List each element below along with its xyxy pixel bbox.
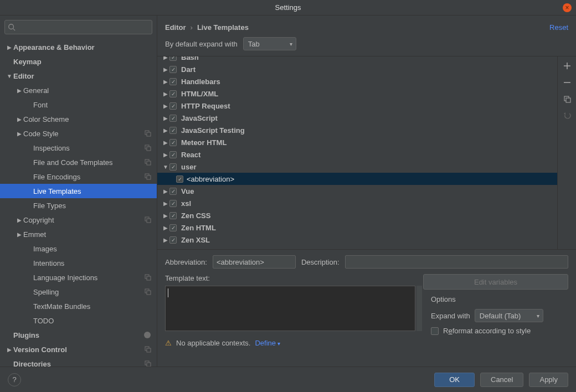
- sidebar-item-file-and-code-templates[interactable]: File and Code Templates: [0, 155, 157, 169]
- group-checkbox[interactable]: ✓: [169, 200, 177, 207]
- template-group-meteor-html[interactable]: ▶✓Meteor HTML: [157, 136, 557, 148]
- chevron-icon: ▶: [162, 91, 169, 97]
- template-text-area[interactable]: [165, 286, 415, 331]
- chevron-icon: ▶: [16, 231, 23, 238]
- template-group-zen-css[interactable]: ▶✓Zen CSS: [157, 209, 557, 221]
- group-checkbox[interactable]: ✓: [169, 90, 177, 97]
- duplicate-icon[interactable]: [561, 93, 573, 105]
- sidebar-item-file-encodings[interactable]: File Encodings: [0, 169, 157, 184]
- scheme-icon: [145, 173, 151, 180]
- template-group-dart[interactable]: ▶✓Dart: [157, 63, 557, 75]
- group-checkbox[interactable]: ✓: [169, 127, 177, 134]
- template-text-scrollbar[interactable]: [416, 286, 422, 331]
- template-item[interactable]: ✓<abbreviation>: [157, 173, 557, 185]
- group-checkbox[interactable]: ✓: [169, 163, 177, 171]
- group-checkbox[interactable]: ✓: [169, 188, 177, 195]
- description-input[interactable]: [345, 255, 568, 269]
- sidebar-item-label: Font: [33, 101, 48, 109]
- template-group-javascript-testing[interactable]: ▶✓JavaScript Testing: [157, 124, 557, 136]
- sidebar-item-textmate-bundles[interactable]: TextMate Bundles: [0, 299, 157, 313]
- sidebar-item-label: Images: [33, 245, 57, 253]
- templates-tree[interactable]: ▶✓Bash▶✓Dart▶✓Handlebars▶✓HTML/XML▶✓HTTP…: [157, 56, 557, 249]
- settings-tree[interactable]: ▶Appearance & BehaviorKeymap▼Editor▶Gene…: [0, 38, 157, 367]
- sidebar-item-todo[interactable]: TODO: [0, 313, 157, 328]
- expand-with-select[interactable]: Default (Tab): [475, 309, 543, 322]
- sidebar-item-version-control[interactable]: ▶Version Control: [0, 342, 157, 357]
- template-group-bash[interactable]: ▶✓Bash: [157, 56, 557, 63]
- sidebar-item-intentions[interactable]: Intentions: [0, 256, 157, 270]
- template-group-user[interactable]: ▼✓user: [157, 161, 557, 173]
- chevron-icon: ▶: [162, 103, 169, 109]
- group-checkbox[interactable]: ✓: [169, 224, 177, 231]
- sidebar-item-images[interactable]: Images: [0, 241, 157, 256]
- sidebar-item-directories[interactable]: Directories: [0, 357, 157, 367]
- sidebar-item-label: Editor: [13, 72, 34, 80]
- template-group-vue[interactable]: ▶✓Vue: [157, 185, 557, 197]
- sidebar-item-general[interactable]: ▶General: [0, 83, 157, 97]
- group-checkbox[interactable]: ✓: [169, 151, 177, 158]
- warning-icon: ⚠: [165, 339, 172, 347]
- description-label: Description:: [301, 258, 340, 266]
- edit-variables-button: Edit variables: [423, 274, 568, 290]
- group-checkbox[interactable]: ✓: [169, 236, 177, 244]
- sidebar-item-live-templates[interactable]: Live Templates: [0, 184, 157, 198]
- sidebar-item-inspections[interactable]: Inspections: [0, 141, 157, 155]
- apply-button[interactable]: Apply: [529, 373, 568, 387]
- default-expand-select[interactable]: Tab: [243, 37, 296, 50]
- badge-icon: [143, 331, 151, 339]
- group-checkbox[interactable]: ✓: [169, 66, 177, 73]
- search-input[interactable]: [4, 20, 152, 34]
- chevron-icon: ▶: [162, 152, 169, 158]
- svg-rect-5: [147, 147, 151, 151]
- sidebar-item-copyright[interactable]: ▶Copyright: [0, 213, 157, 227]
- sidebar-item-keymap[interactable]: Keymap: [0, 54, 157, 69]
- sidebar-item-code-style[interactable]: ▶Code Style: [0, 126, 157, 141]
- group-label: React: [181, 151, 200, 159]
- group-label: Zen XSL: [181, 236, 210, 244]
- define-link[interactable]: Define: [255, 339, 280, 347]
- sidebar-item-file-types[interactable]: File Types: [0, 198, 157, 213]
- template-group-http-request[interactable]: ▶✓HTTP Request: [157, 100, 557, 112]
- template-group-zen-html[interactable]: ▶✓Zen HTML: [157, 221, 557, 234]
- help-icon[interactable]: ?: [8, 373, 21, 386]
- templates-toolbar: [557, 56, 576, 249]
- group-checkbox[interactable]: ✓: [169, 56, 177, 61]
- svg-rect-9: [147, 176, 151, 179]
- template-group-react[interactable]: ▶✓React: [157, 148, 557, 161]
- sidebar-item-label: TextMate Bundles: [33, 302, 90, 311]
- sidebar-item-appearance-behavior[interactable]: ▶Appearance & Behavior: [0, 40, 157, 54]
- group-label: xsl: [181, 199, 191, 208]
- breadcrumb-editor[interactable]: Editor: [165, 23, 186, 32]
- template-group-javascript[interactable]: ▶✓JavaScript: [157, 112, 557, 124]
- add-icon[interactable]: [561, 60, 573, 72]
- sidebar-item-plugins[interactable]: Plugins: [0, 328, 157, 342]
- group-checkbox[interactable]: ✓: [169, 139, 177, 146]
- item-checkbox[interactable]: ✓: [176, 176, 183, 183]
- close-icon[interactable]: ×: [563, 3, 572, 12]
- svg-rect-15: [147, 291, 151, 295]
- sidebar-item-emmet[interactable]: ▶Emmet: [0, 227, 157, 241]
- sidebar-item-language-injections[interactable]: Language Injections: [0, 270, 157, 285]
- template-group-xsl[interactable]: ▶✓xsl: [157, 197, 557, 209]
- group-checkbox[interactable]: ✓: [169, 115, 177, 122]
- remove-icon[interactable]: [561, 76, 573, 89]
- cancel-button[interactable]: Cancel: [480, 373, 523, 387]
- reset-link[interactable]: Reset: [549, 23, 568, 32]
- template-group-html-xml[interactable]: ▶✓HTML/XML: [157, 87, 557, 100]
- scheme-icon: [145, 288, 151, 295]
- group-checkbox[interactable]: ✓: [169, 102, 177, 110]
- sidebar-item-editor[interactable]: ▼Editor: [0, 69, 157, 83]
- template-group-handlebars[interactable]: ▶✓Handlebars: [157, 75, 557, 87]
- sidebar-item-label: Code Style: [23, 130, 59, 138]
- sidebar-item-label: Version Control: [13, 345, 67, 354]
- sidebar-item-color-scheme[interactable]: ▶Color Scheme: [0, 112, 157, 126]
- group-checkbox[interactable]: ✓: [169, 212, 177, 219]
- ok-button[interactable]: OK: [434, 373, 475, 387]
- template-group-zen-xsl[interactable]: ▶✓Zen XSL: [157, 234, 557, 246]
- group-checkbox[interactable]: ✓: [169, 78, 177, 85]
- abbreviation-input[interactable]: [213, 255, 296, 269]
- reformat-checkbox[interactable]: [431, 327, 439, 335]
- sidebar-item-font[interactable]: Font: [0, 97, 157, 112]
- sidebar-item-spelling[interactable]: Spelling: [0, 285, 157, 299]
- sidebar-item-label: Inspections: [33, 144, 70, 152]
